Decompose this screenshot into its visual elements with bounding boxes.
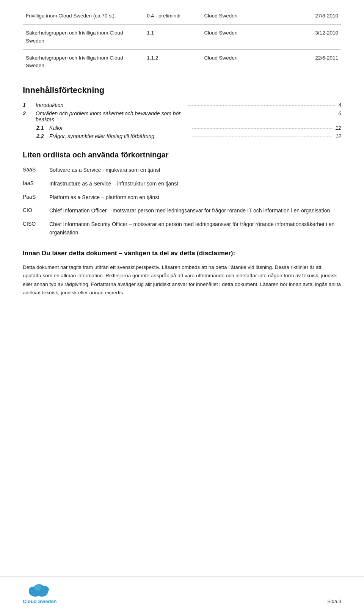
toc-num: 2.1 <box>36 125 48 131</box>
abbr-term: PaaS <box>23 193 49 200</box>
ordlista-title: Liten ordlista och använda förkortningar <box>23 151 341 159</box>
toc-dots <box>192 128 333 129</box>
toc-num: 1 <box>23 102 34 108</box>
abbr-row: IaaS Infrastructure as a Service – infra… <box>23 180 341 188</box>
header-publisher: Cloud Sweden <box>201 25 290 50</box>
toc-page: 4 <box>338 102 341 108</box>
toc-items: 1 Introduktion 4 2 Områden och problem i… <box>23 102 341 139</box>
header-table: Frivilliga inom Cloud Sweden (ca 70 st).… <box>23 8 341 74</box>
header-description: Säkerhetsgruppen och frivilliga inom Clo… <box>23 49 144 74</box>
disclaimer-section: Innan Du läser detta dokument – vänligen… <box>23 249 341 297</box>
header-date: 3/12-2010 <box>290 25 341 50</box>
header-description: Frivilliga inom Cloud Sweden (ca 70 st). <box>23 8 144 25</box>
toc-label: Källor <box>48 125 190 131</box>
toc-page: 12 <box>335 125 341 131</box>
toc-num: 2.2 <box>36 133 48 139</box>
header-row: Säkerhetsgruppen och frivilliga inom Clo… <box>23 49 341 74</box>
header-row: Säkerhetsgruppen och frivilliga inom Clo… <box>23 25 341 50</box>
abbr-row: SaaS Software as a Service - mjukvara so… <box>23 166 341 174</box>
cloud-sweden-icon <box>27 581 53 598</box>
disclaimer-text: Detta dokument har tagits fram utifrån e… <box>23 263 341 297</box>
abbr-definition: Infrastructure as a Service – infrastruk… <box>49 180 341 188</box>
toc-page: 6 <box>338 110 341 116</box>
toc-dots <box>187 105 336 106</box>
toc-dots <box>192 137 333 137</box>
toc-dots <box>187 114 336 114</box>
abbr-definition: Chief Information Security Officer – mot… <box>49 220 341 237</box>
toc-label: Områden och problem inom säkerhet och be… <box>34 110 185 123</box>
abbr-term: CIO <box>23 207 49 213</box>
footer-brand: Cloud Sweden <box>23 599 57 604</box>
toc-label: Introduktion <box>34 102 185 108</box>
footer-page: Sida 3 <box>327 599 341 604</box>
abbr-term: SaaS <box>23 166 49 173</box>
toc-item: 2.1 Källor 12 <box>23 125 341 131</box>
toc-item: 2.2 Frågor, synpunkter eller förslag til… <box>23 133 341 139</box>
toc-num: 2 <box>23 110 34 116</box>
header-publisher: Cloud Sweden <box>201 8 290 25</box>
abbr-row: CISO Chief Information Security Officer … <box>23 220 341 237</box>
abbr-term: IaaS <box>23 180 49 186</box>
header-version: 1.1 <box>144 25 201 50</box>
abbr-definition: Chief Information Officer – motsvarar pe… <box>49 207 341 215</box>
header-version: 1.1.2 <box>144 49 201 74</box>
header-row: Frivilliga inom Cloud Sweden (ca 70 st).… <box>23 8 341 25</box>
toc-section: Innehållsförteckning 1 Introduktion 4 2 … <box>23 85 341 139</box>
header-description: Säkerhetsgruppen och frivilliga inom Clo… <box>23 25 144 50</box>
footer: Cloud Sweden Sida 3 <box>0 577 364 604</box>
header-date: 22/6-2011 <box>290 49 341 74</box>
header-version: 0.4 - preliminär <box>144 8 201 25</box>
svg-point-5 <box>34 585 41 591</box>
abbr-term: CISO <box>23 220 49 227</box>
header-publisher: Cloud Sweden <box>201 49 290 74</box>
page: Frivilliga inom Cloud Sweden (ca 70 st).… <box>0 8 364 608</box>
ordlista-section: Liten ordlista och använda förkortningar… <box>23 151 341 237</box>
toc-title: Innehållsförteckning <box>23 85 341 95</box>
toc-item: 2 Områden och problem inom säkerhet och … <box>23 110 341 123</box>
abbr-definition: Platform as a Service – plattform som en… <box>49 193 341 202</box>
toc-item: 1 Introduktion 4 <box>23 102 341 108</box>
abbr-row: CIO Chief Information Officer – motsvara… <box>23 207 341 215</box>
header-date: 27/8-2010 <box>290 8 341 25</box>
abbr-definition: Software as a Service - mjukvara som en … <box>49 166 341 174</box>
abbr-row: PaaS Platform as a Service – plattform s… <box>23 193 341 202</box>
footer-logo: Cloud Sweden <box>23 581 57 604</box>
abbr-list: SaaS Software as a Service - mjukvara so… <box>23 166 341 237</box>
disclaimer-title: Innan Du läser detta dokument – vänligen… <box>23 249 341 258</box>
toc-label: Frågor, synpunkter eller förslag till fö… <box>48 133 190 139</box>
toc-page: 12 <box>335 133 341 139</box>
